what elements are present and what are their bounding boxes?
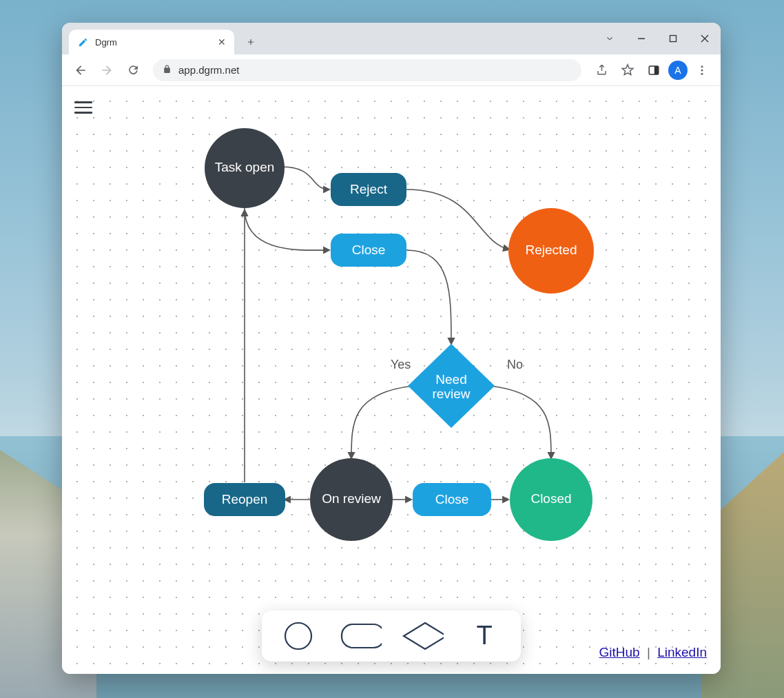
- edge-taskopen-close[interactable]: [245, 208, 329, 250]
- palette-text[interactable]: T: [463, 620, 506, 652]
- svg-text:review: review: [433, 387, 471, 401]
- node-on-review[interactable]: On review: [310, 458, 393, 541]
- tab-close-icon[interactable]: ✕: [218, 37, 226, 48]
- svg-text:Task open: Task open: [215, 160, 275, 174]
- node-close-top[interactable]: Close: [331, 234, 406, 267]
- nav-reload-button[interactable]: [121, 59, 145, 82]
- footer-links: GitHub | LinkedIn: [599, 645, 707, 660]
- edge-needreview-onreview[interactable]: [351, 386, 413, 458]
- svg-rect-3: [654, 66, 659, 74]
- browser-titlebar: Dgrm ✕: [62, 23, 721, 54]
- edge-taskopen-reject[interactable]: [282, 167, 329, 189]
- share-icon[interactable]: [590, 59, 613, 82]
- nav-back-button[interactable]: [69, 59, 92, 82]
- node-reject[interactable]: Reject: [331, 173, 406, 206]
- svg-text:Need: Need: [435, 372, 466, 387]
- palette-rounded-rect[interactable]: [339, 620, 382, 652]
- node-need-review[interactable]: Need review: [408, 344, 495, 428]
- label-no: No: [507, 358, 523, 371]
- bookmark-star-icon[interactable]: [616, 59, 639, 82]
- node-rejected[interactable]: Rejected: [508, 208, 594, 294]
- side-panel-icon[interactable]: [642, 59, 666, 82]
- svg-text:Close: Close: [352, 243, 386, 257]
- address-omnibox[interactable]: app.dgrm.net: [153, 59, 581, 81]
- window-close-icon[interactable]: [689, 23, 721, 54]
- svg-text:Reopen: Reopen: [222, 492, 268, 506]
- profile-avatar[interactable]: A: [668, 61, 688, 80]
- svg-rect-1: [670, 36, 677, 42]
- edge-needreview-closed[interactable]: [489, 386, 551, 458]
- svg-text:On review: On review: [322, 491, 381, 506]
- svg-text:Rejected: Rejected: [526, 243, 577, 257]
- svg-text:Close: Close: [435, 492, 469, 506]
- node-task-open[interactable]: Task open: [205, 128, 285, 208]
- edge-close-needreview[interactable]: [406, 250, 451, 344]
- nav-forward-button[interactable]: [95, 59, 118, 82]
- svg-marker-28: [404, 623, 444, 649]
- tab-favicon-pencil-icon: [77, 37, 88, 48]
- footer-separator: |: [647, 645, 650, 659]
- svg-point-5: [701, 69, 703, 71]
- kebab-menu-icon[interactable]: [690, 59, 714, 82]
- flowchart-svg: Task open Reject Close Rejected Need rev: [62, 86, 721, 674]
- avatar-letter: A: [674, 65, 681, 76]
- window-dropdown-icon[interactable]: [594, 23, 626, 54]
- svg-point-6: [701, 72, 703, 74]
- window-minimize-icon[interactable]: [626, 23, 657, 54]
- palette-circle[interactable]: [277, 620, 320, 652]
- lock-icon: [163, 65, 172, 76]
- browser-tab[interactable]: Dgrm ✕: [69, 30, 234, 54]
- browser-addressbar: app.dgrm.net A: [62, 54, 721, 86]
- svg-point-26: [285, 623, 311, 649]
- window-maximize-icon[interactable]: [657, 23, 689, 54]
- window-controls: [594, 23, 721, 54]
- link-github[interactable]: GitHub: [599, 645, 640, 659]
- node-closed[interactable]: Closed: [510, 458, 592, 541]
- tab-title: Dgrm: [95, 37, 117, 48]
- svg-text:T: T: [476, 621, 492, 650]
- shape-palette: T: [262, 610, 521, 661]
- diagram-canvas[interactable]: Task open Reject Close Rejected Need rev: [62, 86, 721, 674]
- node-close-bottom[interactable]: Close: [413, 483, 491, 516]
- svg-point-4: [701, 65, 703, 68]
- svg-rect-27: [342, 624, 382, 648]
- palette-rhombus[interactable]: [401, 620, 444, 652]
- url-text: app.dgrm.net: [178, 64, 239, 76]
- label-yes: Yes: [391, 358, 411, 371]
- svg-text:Reject: Reject: [350, 182, 388, 196]
- new-tab-button[interactable]: [241, 32, 260, 52]
- node-reopen[interactable]: Reopen: [204, 483, 285, 516]
- edge-reject-rejected[interactable]: [406, 189, 509, 249]
- svg-text:Closed: Closed: [530, 491, 571, 506]
- browser-window: Dgrm ✕ app.dgrm.net A: [62, 23, 721, 674]
- link-linkedin[interactable]: LinkedIn: [657, 645, 707, 659]
